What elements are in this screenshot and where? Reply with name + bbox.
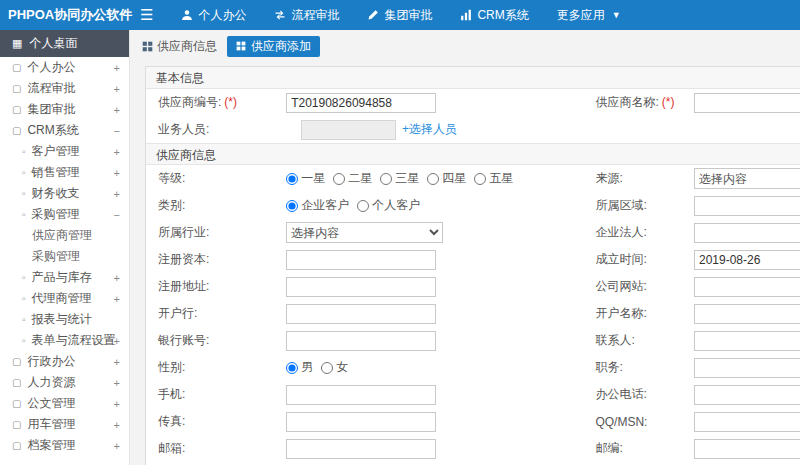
category-radio-enterprise[interactable]: 企业客户 — [286, 197, 349, 214]
expand-toggle[interactable]: + — [114, 146, 120, 158]
person-icon — [181, 9, 193, 21]
expand-toggle[interactable]: + — [114, 83, 120, 95]
sidebar-item-vehicle-mgmt[interactable]: ▢ 用车管理 + — [0, 414, 129, 435]
expand-toggle[interactable]: + — [114, 104, 120, 116]
nav-crm-system[interactable]: CRM系统 — [446, 0, 542, 30]
sidebar-item-finance-income-expense[interactable]: ▫ 财务收支 + — [0, 183, 129, 204]
archive-icon: ▢ — [12, 440, 21, 451]
registered-address-input[interactable] — [286, 277, 436, 297]
expand-toggle[interactable]: + — [114, 335, 120, 347]
sidebar-item-personal-desktop[interactable]: ▦ 个人桌面 — [0, 30, 129, 57]
email-input[interactable] — [286, 439, 436, 459]
report-icon: ▫ — [22, 314, 26, 325]
bank-input[interactable] — [286, 304, 436, 324]
level-radio-3star[interactable]: 三星 — [380, 170, 419, 187]
sidebar-item-group-approval[interactable]: ▢ 集团审批 + — [0, 99, 129, 120]
sidebar-item-sales-mgmt[interactable]: ▫ 销售管理 + — [0, 162, 129, 183]
supplier-name-label: 供应商名称:(*) — [595, 94, 694, 111]
office-phone-input[interactable] — [694, 385, 800, 405]
chevron-down-icon: ▼ — [612, 10, 621, 20]
expand-toggle[interactable]: + — [114, 377, 120, 389]
supplier-no-label: 供应商编号:(*) — [146, 94, 286, 111]
contact-input[interactable] — [694, 331, 800, 351]
sidebar-item-crm-system[interactable]: ▢ CRM系统 − — [0, 120, 129, 141]
sidebar-item-reports-statistics[interactable]: ▫ 报表与统计 — [0, 309, 129, 330]
business-person-input[interactable] — [301, 120, 396, 140]
form-row: 手机: 办公电话: — [146, 381, 800, 408]
nav-personal-office[interactable]: 个人办公 — [167, 0, 260, 30]
sidebar-item-archive-mgmt[interactable]: ▢ 档案管理 + — [0, 435, 129, 456]
expand-toggle[interactable]: − — [114, 209, 120, 221]
legal-person-input[interactable] — [694, 223, 800, 243]
bank-label: 开户行: — [146, 305, 286, 322]
person-icon: ▢ — [12, 62, 21, 73]
level-radio-5star[interactable]: 五星 — [474, 170, 513, 187]
sidebar-item-product-inventory[interactable]: ▫ 产品与库存 + — [0, 267, 129, 288]
expand-toggle[interactable]: + — [114, 440, 120, 452]
expand-toggle[interactable]: + — [114, 188, 120, 200]
level-radio-1star[interactable]: 一星 — [286, 170, 325, 187]
choose-person-link[interactable]: +选择人员 — [402, 121, 457, 138]
registered-capital-input[interactable] — [286, 250, 436, 270]
category-radio-group: 企业客户 个人客户 — [286, 197, 595, 214]
sidebar-item-form-flow-settings[interactable]: ▫ 表单与流程设置 + — [0, 330, 129, 351]
bar-chart-icon: ▢ — [12, 125, 21, 136]
region-input[interactable] — [694, 196, 800, 216]
tab-supplier-add[interactable]: 供应商添加 — [227, 36, 320, 57]
expand-toggle[interactable]: + — [114, 272, 120, 284]
mobile-input[interactable] — [286, 385, 436, 405]
founded-date-input[interactable] — [694, 250, 800, 270]
sidebar: ▦ 个人桌面 ▢ 个人办公 + ▢ 流程审批 + ▢ 集团审批 + ▢ CRM系… — [0, 30, 130, 465]
expand-toggle[interactable]: − — [114, 125, 120, 137]
folder-icon: ▫ — [22, 293, 26, 304]
sidebar-item-agent-mgmt[interactable]: ▫ 代理商管理 + — [0, 288, 129, 309]
edit-pencil-icon — [367, 9, 379, 21]
expand-toggle[interactable]: + — [114, 167, 120, 179]
fax-input[interactable] — [286, 412, 436, 432]
email-label: 邮箱: — [146, 440, 286, 457]
level-radio-2star[interactable]: 二星 — [333, 170, 372, 187]
supplier-no-input[interactable] — [286, 93, 436, 113]
expand-toggle[interactable]: + — [114, 398, 120, 410]
expand-toggle[interactable]: + — [114, 419, 120, 431]
level-radio-4star[interactable]: 四星 — [427, 170, 466, 187]
folder-icon: ▫ — [22, 167, 26, 178]
sidebar-item-document-mgmt[interactable]: ▢ 公文管理 + — [0, 393, 129, 414]
job-title-input[interactable] — [694, 358, 800, 378]
registered-address-label: 注册地址: — [146, 278, 286, 295]
bank-account-input[interactable] — [286, 331, 436, 351]
expand-toggle[interactable]: + — [114, 62, 120, 74]
sidebar-item-admin-office[interactable]: ▢ 行政办公 + — [0, 351, 129, 372]
website-input[interactable] — [694, 277, 800, 297]
app-logo: PHPOA协同办公软件 — [0, 6, 130, 24]
source-select[interactable]: 选择内容 — [694, 168, 800, 189]
form-row: 性别: 男 女 职务: — [146, 354, 800, 381]
source-label: 来源: — [595, 170, 694, 187]
nav-process-approval[interactable]: 流程审批 — [260, 0, 353, 30]
category-radio-personal[interactable]: 个人客户 — [357, 197, 420, 214]
sidebar-item-customer-mgmt[interactable]: ▫ 客户管理 + — [0, 141, 129, 162]
account-name-input[interactable] — [694, 304, 800, 324]
nav-group-approval[interactable]: 集团审批 — [353, 0, 446, 30]
sidebar-item-personal-office[interactable]: ▢ 个人办公 + — [0, 57, 129, 78]
form-row: 等级: 一星 二星 三星 四星 五星 来源: 选择内容 — [146, 165, 800, 192]
expand-toggle[interactable]: + — [114, 293, 120, 305]
gender-radio-male[interactable]: 男 — [286, 359, 313, 376]
sidebar-item-human-resources[interactable]: ▢ 人力资源 + — [0, 372, 129, 393]
sidebar-item-supplier-mgmt[interactable]: 供应商管理 — [0, 225, 129, 246]
tab-supplier-info[interactable]: 供应商信息 — [138, 35, 221, 58]
sidebar-item-process-approval[interactable]: ▢ 流程审批 + — [0, 78, 129, 99]
section-supplier-info: 供应商信息 — [146, 143, 800, 165]
industry-select[interactable]: 选择内容 — [286, 222, 443, 243]
nav-more-apps[interactable]: 更多应用 ▼ — [543, 0, 635, 30]
zip-label: 邮编: — [595, 440, 694, 457]
expand-toggle[interactable]: + — [114, 356, 120, 368]
sidebar-item-purchase-mgmt-sub[interactable]: 采购管理 — [0, 246, 129, 267]
sidebar-item-purchase-mgmt[interactable]: ▫ 采购管理 − — [0, 204, 129, 225]
qq-msn-input[interactable] — [694, 412, 800, 432]
zip-input[interactable] — [694, 439, 800, 459]
gender-radio-female[interactable]: 女 — [321, 359, 348, 376]
menu-toggle-icon[interactable]: ☰ — [140, 0, 153, 30]
supplier-name-input[interactable] — [694, 93, 800, 113]
category-label: 类别: — [146, 197, 286, 214]
